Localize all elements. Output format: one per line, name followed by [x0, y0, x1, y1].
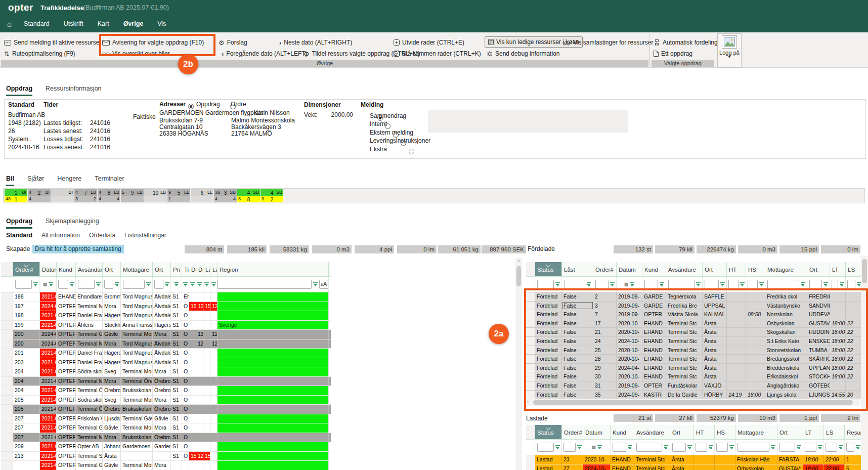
- filter-input-status[interactable]: [537, 443, 554, 452]
- foregaende-dato-button[interactable]: ‹ Foregående dato (ALT+LEFT): [222, 49, 308, 59]
- send-melding-button[interactable]: Send melding til aktive ressurse: [4, 37, 99, 48]
- resource-box[interactable]: 10LB: [144, 189, 167, 202]
- filter-funnel-icon[interactable]: [96, 282, 101, 286]
- menu-vis[interactable]: Vis: [150, 20, 173, 27]
- calendar-icon[interactable]: ▦: [43, 282, 48, 287]
- subtab-listinstallningar[interactable]: Listinställningar: [124, 232, 166, 241]
- fordelade-hscrollbar[interactable]: ‹: [526, 399, 860, 406]
- filter-input-ort1[interactable]: [705, 280, 719, 289]
- col-header-ort2[interactable]: Ort: [807, 262, 830, 276]
- filter-input-ls[interactable]: [847, 280, 855, 289]
- col-header-avs[interactable]: Avsändare: [634, 425, 670, 439]
- radio-oppdrag[interactable]: [188, 104, 194, 109]
- table-row[interactable]: 2042021-0OPTERSödra skolarSvegTerminal M…: [1, 367, 331, 377]
- filter-input-lt[interactable]: [805, 443, 816, 452]
- table-row[interactable]: 2021-0OPTERTerminal GäGävleTerminal Mori…: [1, 461, 331, 470]
- col-header-ort2[interactable]: Ort: [153, 262, 171, 276]
- filter-input-avs[interactable]: [636, 443, 662, 452]
- filter-input-ls[interactable]: [826, 443, 837, 452]
- table-row[interactable]: 2092021-0OPTEROpter ABJohannGardemoen Fl…: [1, 442, 331, 452]
- filter-funnel-icon[interactable]: [610, 282, 615, 286]
- col-header-la2[interactable]: Lä: [210, 262, 218, 276]
- filter-funnel-icon[interactable]: [664, 445, 668, 449]
- resource-box[interactable]: 6LL: [191, 189, 213, 202]
- col-header-ti[interactable]: Ti: [182, 262, 189, 276]
- filter-input-hs[interactable]: [716, 443, 728, 452]
- radio-leveringsinstruksjoner-label[interactable]: Leveringsinstruksjoner: [370, 137, 430, 144]
- col-header-ort1[interactable]: Ort: [103, 262, 121, 276]
- filter-input-res[interactable]: [846, 443, 854, 452]
- menu-utskrift[interactable]: Utskrift: [57, 20, 91, 27]
- avisering-button[interactable]: Avisering for valgte oppdrag (F10): [102, 37, 204, 48]
- col-header-datum[interactable]: Datum: [40, 262, 57, 276]
- col-header-datum[interactable]: Datum: [583, 425, 611, 439]
- calendar-icon[interactable]: ▦: [624, 282, 629, 287]
- filter-funnel-icon[interactable]: [630, 282, 634, 286]
- filter-input-lt[interactable]: [832, 280, 838, 289]
- subtab-all-information[interactable]: All information: [41, 232, 80, 241]
- resource-box[interactable]: 47LB32: [74, 189, 97, 202]
- radio-internt-label[interactable]: Internt: [370, 120, 387, 127]
- radio-ekstra[interactable]: [409, 149, 414, 154]
- filter-funnel-icon[interactable]: [313, 282, 318, 286]
- table-row[interactable]: 2052021-0OPTERTerminal ÖrÖrebroBruksskol…: [1, 405, 331, 414]
- filter-funnel-icon[interactable]: [797, 445, 801, 449]
- filter-funnel-icon[interactable]: [70, 282, 74, 286]
- filter-funnel-icon[interactable]: [49, 282, 53, 286]
- neste-dato-button[interactable]: › Neste dato (ALT+RIGHT): [279, 37, 352, 48]
- filter-funnel-icon[interactable]: [190, 282, 195, 286]
- filter-input-avs[interactable]: [668, 280, 695, 289]
- mid-vscroll-thumb[interactable]: [516, 266, 521, 286]
- col-header-lt[interactable]: LT: [803, 425, 824, 439]
- filter-funnel-icon[interactable]: [818, 445, 822, 449]
- window-vscrollbar[interactable]: [861, 256, 868, 470]
- col-header-ls[interactable]: LS: [824, 425, 845, 439]
- send-debug-button[interactable]: Send debug information: [487, 49, 559, 59]
- filter-input-ort2[interactable]: [154, 280, 163, 289]
- filter-funnel-icon[interactable]: [759, 282, 764, 286]
- filter-input-order[interactable]: [15, 280, 32, 289]
- filter-funnel-icon[interactable]: [165, 282, 169, 286]
- radio-ekstern-melding-label[interactable]: Ekstern melding: [370, 129, 413, 136]
- filter-funnel-icon[interactable]: [555, 445, 560, 449]
- filter-input-ort1[interactable]: [672, 443, 686, 452]
- filter-funnel-icon[interactable]: [729, 445, 734, 449]
- filter-input-kund[interactable]: [58, 280, 68, 289]
- scroll-up-arrow-icon[interactable]: ^: [515, 259, 522, 264]
- filter-funnel-icon[interactable]: [183, 282, 188, 286]
- filter-input-hs[interactable]: [748, 280, 758, 289]
- resource-box[interactable]: 42BI4: [28, 189, 51, 202]
- filter-funnel-icon[interactable]: [740, 282, 745, 286]
- col-header-kund[interactable]: Kund: [611, 425, 634, 439]
- col-header-order[interactable]: Order#: [562, 425, 583, 439]
- col-header-ort1[interactable]: Ort: [670, 425, 694, 439]
- table-row[interactable]: Lastad272024-10-EHANDTerminal StcÅrstaÖr…: [526, 464, 868, 470]
- col-header-mot[interactable]: Mottagare: [765, 262, 807, 276]
- radio-ekstra-label[interactable]: Ekstra: [370, 146, 387, 153]
- filter-funnel-icon[interactable]: [597, 445, 602, 449]
- subtab-orderlista[interactable]: Orderlista: [89, 232, 115, 241]
- col-header-kund[interactable]: Kund: [57, 262, 76, 276]
- filter-funnel-icon[interactable]: [720, 282, 725, 286]
- tab-oppdrag-info[interactable]: Oppdrag: [6, 85, 32, 96]
- mid-vscrollbar[interactable]: ^: [515, 258, 522, 470]
- col-header-hs[interactable]: HS: [746, 262, 765, 276]
- case-sensitivity-toggle[interactable]: aA: [319, 280, 328, 289]
- menu-ovrige[interactable]: Øvrige: [116, 20, 151, 27]
- filter-input-kund[interactable]: [613, 443, 626, 452]
- filter-input-avs[interactable]: [78, 280, 95, 289]
- tab-oppdrag-planning[interactable]: Oppdrag: [6, 218, 32, 229]
- subtab-standard[interactable]: Standard: [6, 232, 32, 241]
- table-row[interactable]: FördeladFalse282020-10-EHANDTerminal Stc…: [526, 355, 868, 364]
- filter-input-kund[interactable]: [644, 280, 658, 289]
- filter-funnel-icon[interactable]: [709, 445, 713, 449]
- logg-pa-button[interactable]: Logg på ▼: [717, 33, 742, 68]
- filter-funnel-icon[interactable]: [211, 282, 216, 286]
- filter-funnel-icon[interactable]: [587, 282, 591, 286]
- table-row[interactable]: FördeladFalse312019-09-OPTERFurutåskolar…: [526, 381, 868, 391]
- table-row[interactable]: 1982021-0OPTERDaniel FransHägerstTord Ma…: [1, 311, 331, 321]
- table-row[interactable]: 2042021-0OPTERTerminal ÖrÖrebroBruksskol…: [1, 386, 331, 396]
- table-row[interactable]: 2002024-0OPTERTerminal GäGävleTerminal M…: [1, 330, 331, 339]
- col-header-pri[interactable]: Pri: [171, 262, 182, 276]
- resource-box[interactable]: 48LB44: [98, 189, 120, 202]
